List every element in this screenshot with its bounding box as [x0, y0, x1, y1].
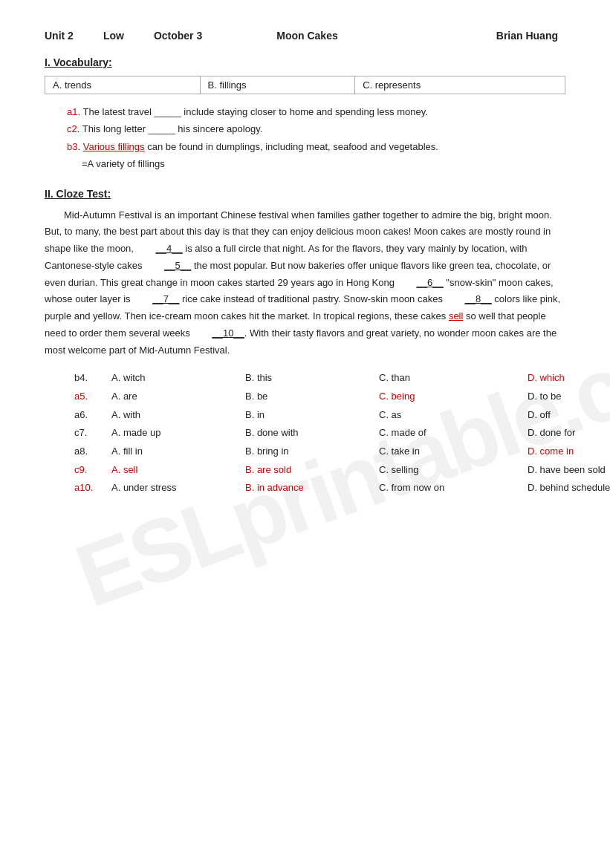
vocab-sentence-2: c2. This long letter _____ his sincere a… — [67, 120, 565, 137]
answer-row-9: c9. A. sell B. are sold C. selling D. ha… — [74, 461, 565, 480]
blank-6: __6__ — [398, 275, 444, 292]
answer-row-4: b4. A. witch B. this C. than D. which — [74, 369, 565, 388]
cloze-passage: Mid-Autumn Festival is an important Chin… — [45, 207, 565, 359]
ans9-d: D. have been sold — [528, 461, 610, 480]
ans8-a: A. fill in — [111, 443, 245, 461]
ans10-c: C. from now on — [379, 479, 528, 497]
ans9-num: c9. — [74, 461, 111, 480]
blank-5: __5__ — [145, 258, 191, 275]
answer-row-6: a6. A. with B. in C. as D. off — [74, 406, 565, 425]
ans4-d: D. which — [528, 369, 610, 388]
s4-text: =A variety of fillings — [82, 158, 165, 169]
level-label: Low — [103, 30, 124, 42]
ans7-b: B. done with — [245, 424, 379, 443]
cloze-section-title: II. Cloze Test: — [45, 188, 565, 200]
ans4-b: B. this — [245, 369, 379, 388]
answer-row-7: c7. A. made up B. done with C. made of D… — [74, 424, 565, 443]
ans7-d: D. done for — [528, 424, 610, 443]
vocab-col-b: B. fillings — [200, 76, 355, 94]
s1-prefix: a1 — [67, 106, 77, 117]
vocab-sentence-3: b3. Various fillings can be found in dum… — [67, 138, 565, 155]
vocab-col-a: A. trends — [45, 76, 201, 94]
ans5-c: C. being — [379, 388, 528, 406]
section-vocabulary: I. Vocabulary: A. trends B. fillings C. … — [45, 56, 565, 173]
vocab-sentences: a1. The latest travel _____ include stay… — [67, 103, 565, 173]
s1-text: . The latest travel _____ include stayin… — [77, 106, 427, 117]
ans7-c: C. made of — [379, 424, 528, 443]
vocab-table: A. trends B. fillings C. represents — [45, 76, 565, 94]
ans6-b: B. in — [245, 406, 379, 425]
answer-row-10: a10. A. under stress B. in advance C. fr… — [74, 479, 565, 497]
blank-10: __10__ — [192, 325, 244, 342]
blank-7: __7__ — [133, 291, 179, 308]
author-label: Brian Huang — [496, 30, 558, 42]
s3-rest: can be found in dumplings, including mea… — [145, 141, 438, 152]
ans6-d: D. off — [528, 406, 610, 425]
blank-9-answer: sell — [449, 310, 464, 322]
ans4-a: A. witch — [111, 369, 245, 388]
ans9-b: B. are sold — [245, 461, 379, 480]
answer-row-5: a5. A. are B. be C. being D. to be — [74, 388, 565, 406]
s3-underline: Various fillings — [83, 141, 145, 152]
ans7-num: c7. — [74, 424, 111, 443]
ans5-a: A. are — [111, 388, 245, 406]
blank-4: __4__ — [137, 241, 183, 258]
ans10-a: A. under stress — [111, 479, 245, 497]
vocab-col-c: C. represents — [355, 76, 565, 94]
ans5-d: D. to be — [528, 388, 610, 406]
s2-text: . This long letter _____ his sincere apo… — [77, 123, 263, 134]
ans10-num: a10. — [74, 479, 111, 497]
ans5-b: B. be — [245, 388, 379, 406]
ans8-d: D. come in — [528, 443, 610, 461]
answer-row-8: a8. A. fill in B. bring in C. take in D.… — [74, 443, 565, 461]
ans9-c: C. selling — [379, 461, 528, 480]
ans8-num: a8. — [74, 443, 111, 461]
answers-grid: b4. A. witch B. this C. than D. which a5… — [74, 369, 565, 497]
ans9-a: A. sell — [111, 461, 245, 480]
ans7-a: A. made up — [111, 424, 245, 443]
ans6-num: a6. — [74, 406, 111, 425]
ans6-c: C. as — [379, 406, 528, 425]
ans4-num: b4. — [74, 369, 111, 388]
date-label: October 3 — [154, 30, 202, 42]
ans10-d: D. behind schedule — [528, 479, 610, 497]
unit-label: Unit 2 — [45, 30, 74, 42]
header: Unit 2 Low October 3 Moon Cakes Brian Hu… — [45, 30, 565, 42]
ans5-num: a5. — [74, 388, 111, 406]
s2-prefix: c2 — [67, 123, 77, 134]
ans8-c: C. take in — [379, 443, 528, 461]
ans8-b: B. bring in — [245, 443, 379, 461]
section-cloze: II. Cloze Test: Mid-Autumn Festival is a… — [45, 188, 565, 498]
ans4-c: C. than — [379, 369, 528, 388]
vocab-section-title: I. Vocabulary: — [45, 56, 565, 68]
s3-dot: . — [77, 141, 82, 152]
blank-8: __8__ — [446, 291, 492, 308]
ans10-b: B. in advance — [245, 479, 379, 497]
s3-prefix: b3 — [67, 141, 77, 152]
topic-label: Moon Cakes — [276, 30, 337, 42]
vocab-sentence-1: a1. The latest travel _____ include stay… — [67, 103, 565, 120]
ans6-a: A. with — [111, 406, 245, 425]
vocab-sentence-4: =A variety of fillings — [82, 155, 565, 172]
